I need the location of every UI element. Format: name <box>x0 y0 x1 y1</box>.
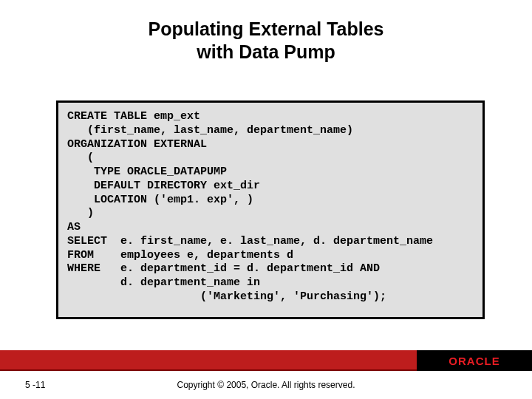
code-line: LOCATION ('emp1. exp', ) <box>67 194 253 206</box>
footer-info: 5 -11 Copyright © 2005, Oracle. All righ… <box>0 377 532 392</box>
code-line: TYPE ORACLE_DATAPUMP <box>67 166 227 178</box>
footer-accent <box>0 350 417 371</box>
title-line-2: with Data Pump <box>0 41 532 64</box>
code-line: SELECT e. first_name, e. last_name, d. d… <box>67 235 433 248</box>
code-line: ) <box>67 207 94 219</box>
brand-logo: ORACLE <box>417 350 532 371</box>
code-line: ( <box>67 151 94 164</box>
code-line: ('Marketing', 'Purchasing'); <box>67 290 386 303</box>
code-line: (first_name, last_name, department_name) <box>67 124 353 137</box>
brand-text: ORACLE <box>449 355 499 367</box>
footer-bar: ORACLE <box>0 350 532 371</box>
code-line: WHERE e. department_id = d. department_i… <box>67 262 380 275</box>
slide-title: Populating External Tables with Data Pum… <box>0 0 532 64</box>
code-content: CREATE TABLE emp_ext (first_name, last_n… <box>67 110 474 304</box>
code-line: FROM employees e, departments d <box>67 249 293 262</box>
code-block: CREATE TABLE emp_ext (first_name, last_n… <box>56 100 485 319</box>
copyright-text: Copyright © 2005, Oracle. All rights res… <box>0 380 532 390</box>
code-line: CREATE TABLE emp_ext <box>67 110 200 123</box>
slide: Populating External Tables with Data Pum… <box>0 0 532 399</box>
code-line: d. department_name in <box>67 276 260 289</box>
title-line-1: Populating External Tables <box>0 18 532 41</box>
code-line: DEFAULT DIRECTORY ext_dir <box>67 180 260 192</box>
code-line: AS <box>67 221 81 233</box>
code-line: ORGANIZATION EXTERNAL <box>67 138 207 151</box>
